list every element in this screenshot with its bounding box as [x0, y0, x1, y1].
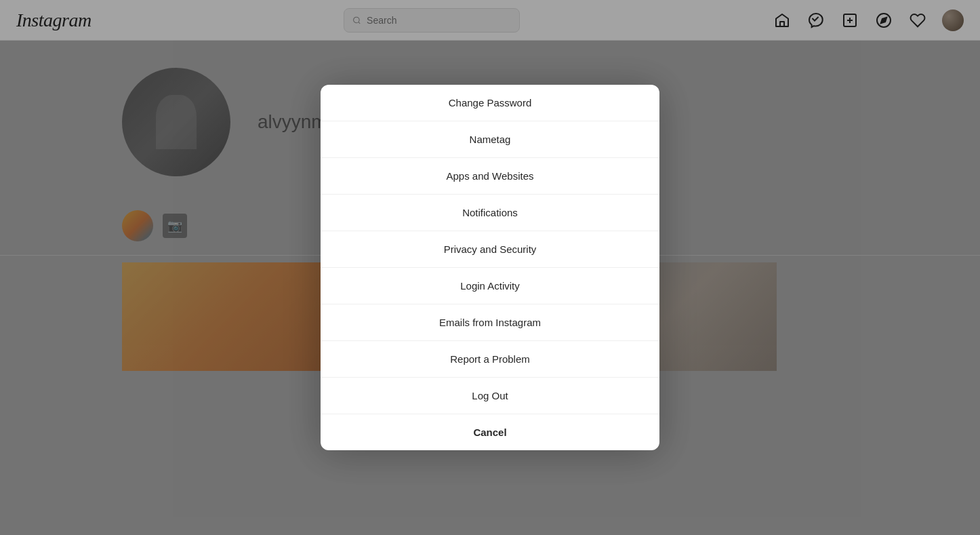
modal-item-nametag[interactable]: Nametag: [321, 121, 659, 158]
modal-item-cancel[interactable]: Cancel: [321, 414, 659, 450]
modal-item-label-emails-from-instagram: Emails from Instagram: [439, 317, 541, 328]
modal-item-label-nametag: Nametag: [470, 134, 511, 145]
modal-item-report-a-problem[interactable]: Report a Problem: [321, 341, 659, 378]
modal-item-label-log-out: Log Out: [472, 390, 508, 401]
modal-item-emails-from-instagram[interactable]: Emails from Instagram: [321, 304, 659, 341]
modal-item-label-report-a-problem: Report a Problem: [450, 353, 530, 365]
settings-modal: Change PasswordNametagApps and WebsitesN…: [321, 85, 659, 450]
modal-item-notifications[interactable]: Notifications: [321, 195, 659, 231]
modal-item-label-change-password: Change Password: [449, 97, 532, 108]
modal-item-privacy-and-security[interactable]: Privacy and Security: [321, 231, 659, 268]
modal-item-log-out[interactable]: Log Out: [321, 378, 659, 414]
modal-item-label-login-activity: Login Activity: [460, 280, 520, 292]
modal-item-change-password[interactable]: Change Password: [321, 85, 659, 121]
modal-item-label-cancel: Cancel: [473, 427, 506, 438]
modal-item-label-notifications: Notifications: [462, 207, 518, 218]
modal-item-label-apps-and-websites: Apps and Websites: [447, 170, 534, 182]
modal-item-login-activity[interactable]: Login Activity: [321, 268, 659, 304]
modal-overlay[interactable]: Change PasswordNametagApps and WebsitesN…: [0, 0, 980, 535]
modal-item-label-privacy-and-security: Privacy and Security: [444, 243, 537, 255]
modal-item-apps-and-websites[interactable]: Apps and Websites: [321, 158, 659, 195]
